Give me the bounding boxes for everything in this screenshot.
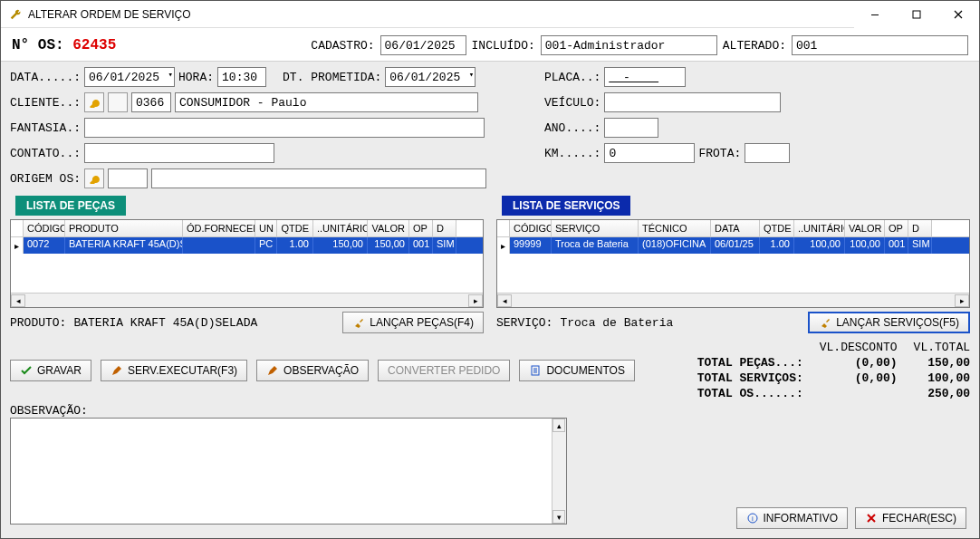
pecas-panel: LISTA DE PEÇAS CÓDIGO PRODUTO ÓD.FORNECE… <box>10 196 484 333</box>
col-unitario[interactable]: ..UNITÁRIO <box>794 220 845 236</box>
lists-row: LISTA DE PEÇAS CÓDIGO PRODUTO ÓD.FORNECE… <box>10 196 970 333</box>
scroll-down-icon[interactable]: ▾ <box>552 510 565 524</box>
col-data[interactable]: DATA <box>711 220 760 236</box>
row-selector-head <box>11 220 24 236</box>
cliente-extra-button[interactable] <box>108 92 128 112</box>
cell-codigo: 99999 <box>510 237 552 254</box>
row-pointer-icon: ▸ <box>11 237 24 254</box>
totals-block: VL.DESCONTO VL.TOTAL TOTAL PEÇAS...: (0,… <box>697 341 970 400</box>
lancar-pecas-button[interactable]: LANÇAR PEÇAS(F4) <box>342 312 484 333</box>
frota-field[interactable] <box>745 143 790 163</box>
table-row[interactable]: 99999 Troca de Bateria (018)OFICINA 06/0… <box>510 237 969 254</box>
alterado-label: ALTERADO: <box>723 39 786 53</box>
search-icon <box>89 97 100 108</box>
close-icon <box>865 512 878 525</box>
h-scrollbar[interactable]: ◂ ▸ <box>11 293 483 307</box>
gravar-button[interactable]: GRAVAR <box>10 360 91 381</box>
contato-field[interactable] <box>84 143 274 163</box>
cell-produto: BATERIA KRAFT 45A(D)SEI <box>65 237 183 254</box>
pecas-grid[interactable]: CÓDIGO PRODUTO ÓD.FORNECEDO UN QTDE ..UN… <box>10 219 484 308</box>
converter-pedido-button[interactable]: CONVERTER PEDIDO <box>378 360 510 381</box>
col-op[interactable]: OP <box>409 220 433 236</box>
minimize-button[interactable] <box>854 1 896 28</box>
documentos-button[interactable]: DOCUMENTOS <box>519 360 634 381</box>
maximize-button[interactable] <box>896 1 937 28</box>
v-scrollbar[interactable]: ▴ ▾ <box>552 419 566 524</box>
origem-search-button[interactable] <box>84 168 104 188</box>
col-d[interactable]: D <box>908 220 932 236</box>
frota-label: FROTA: <box>698 147 741 160</box>
total-pecas-label: TOTAL PEÇAS...: <box>697 356 803 370</box>
col-codigo[interactable]: CÓDIGO <box>24 220 65 236</box>
col-codigo[interactable]: CÓDIGO <box>510 220 552 236</box>
documentos-label: DOCUMENTOS <box>546 364 624 377</box>
body-area: DATA.....: ▾ HORA: DT. PROMETIDA: ▾ CLIE… <box>1 61 979 538</box>
servicos-grid[interactable]: CÓDIGO SERVIÇO TÉCNICO DATA QTDE ..UNITÁ… <box>496 219 970 308</box>
col-tecnico[interactable]: TÉCNICO <box>639 220 711 236</box>
svg-rect-0 <box>871 14 879 15</box>
ano-field[interactable] <box>604 118 658 138</box>
data-field[interactable] <box>84 67 175 87</box>
observacao-label: OBSERVAÇÃO: <box>10 404 970 418</box>
serv-executar-button[interactable]: SERV.EXECUTAR(F3) <box>101 360 247 381</box>
cadastro-field[interactable] <box>380 35 466 55</box>
placa-field[interactable] <box>604 67 686 87</box>
svg-rect-1 <box>913 11 920 18</box>
origem-desc-field[interactable] <box>151 168 486 188</box>
header-row: N° OS: 62435 CADASTRO: INCLUÍDO: ALTERAD… <box>1 28 979 61</box>
cell-d: SIM <box>908 237 932 254</box>
origem-label: ORIGEM OS: <box>10 172 81 186</box>
col-valor[interactable]: VALOR <box>368 220 409 236</box>
cliente-code-field[interactable] <box>131 92 171 112</box>
col-un[interactable]: UN <box>255 220 277 236</box>
hora-field[interactable] <box>217 67 266 87</box>
total-serv-value: 100,00 <box>914 371 970 385</box>
scroll-right-icon[interactable]: ▸ <box>955 294 969 307</box>
pin-icon <box>819 316 831 329</box>
cell-od-forn <box>183 237 255 254</box>
veiculo-field[interactable] <box>604 92 781 112</box>
dt-prometida-field[interactable] <box>385 67 476 87</box>
col-unitario[interactable]: ..UNITÁRIO <box>313 220 368 236</box>
col-d[interactable]: D <box>433 220 456 236</box>
observacao-btn-label: OBSERVAÇÃO <box>283 364 359 377</box>
servico-label: SERVIÇO: <box>496 316 552 330</box>
scroll-up-icon[interactable]: ▴ <box>552 419 565 432</box>
cliente-search-button[interactable] <box>84 92 104 112</box>
total-serv-label: TOTAL SERVIÇOS: <box>697 371 803 385</box>
observacao-button[interactable]: OBSERVAÇÃO <box>256 360 369 381</box>
col-od-forn[interactable]: ÓD.FORNECEDO <box>183 220 255 236</box>
cell-valor: 150,00 <box>368 237 409 254</box>
h-scrollbar[interactable]: ◂ ▸ <box>497 293 969 307</box>
lancar-servicos-button[interactable]: LANÇAR SERVIÇOS(F5) <box>808 312 970 333</box>
alterado-field[interactable] <box>792 35 968 55</box>
scroll-left-icon[interactable]: ◂ <box>497 294 512 307</box>
origem-code-field[interactable] <box>108 168 148 188</box>
informativo-label: INFORMATIVO <box>764 512 838 525</box>
close-button[interactable] <box>937 1 979 28</box>
col-qtde[interactable]: QTDE <box>760 220 794 236</box>
table-row[interactable]: 0072 BATERIA KRAFT 45A(D)SEI PC 1.00 150… <box>24 237 483 254</box>
os-number: N° OS: 62435 <box>12 37 116 53</box>
scroll-right-icon[interactable]: ▸ <box>468 294 483 307</box>
lancar-pecas-label: LANÇAR PEÇAS(F4) <box>370 316 474 329</box>
total-os-value: 250,00 <box>914 387 970 400</box>
informativo-button[interactable]: i INFORMATIVO <box>736 507 848 529</box>
col-valor[interactable]: VALOR <box>845 220 885 236</box>
km-field[interactable] <box>604 143 695 163</box>
col-produto[interactable]: PRODUTO <box>65 220 183 236</box>
pecas-banner: LISTA DE PEÇAS <box>15 196 126 216</box>
col-op[interactable]: OP <box>885 220 908 236</box>
row-selector-head <box>497 220 510 236</box>
observacao-textarea[interactable]: ▴ ▾ <box>10 418 567 525</box>
info-icon: i <box>746 512 759 525</box>
cliente-name-field[interactable] <box>175 92 478 112</box>
fantasia-field[interactable] <box>84 118 485 138</box>
fechar-button[interactable]: FECHAR(ESC) <box>855 507 966 529</box>
incluido-field[interactable] <box>541 35 717 55</box>
total-pecas-value: 150,00 <box>914 356 970 370</box>
scroll-left-icon[interactable]: ◂ <box>11 294 25 307</box>
servicos-grid-header: CÓDIGO SERVIÇO TÉCNICO DATA QTDE ..UNITÁ… <box>497 220 969 237</box>
col-servico[interactable]: SERVIÇO <box>552 220 639 236</box>
col-qtde[interactable]: QTDE <box>277 220 313 236</box>
